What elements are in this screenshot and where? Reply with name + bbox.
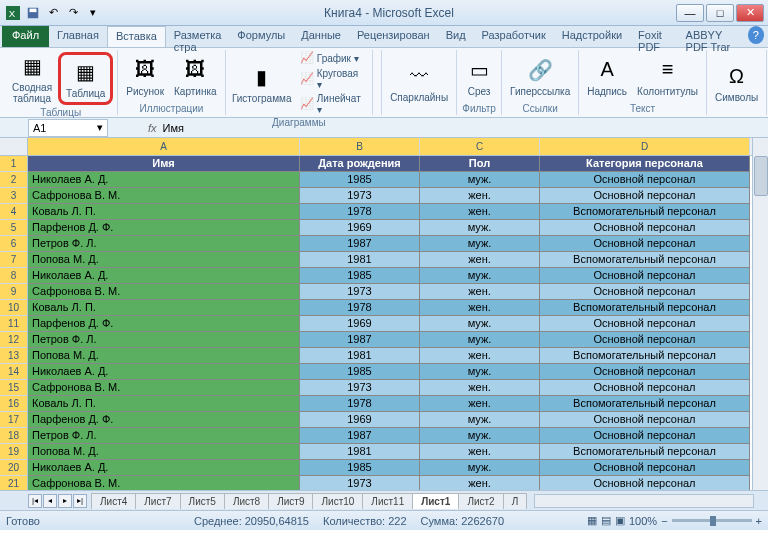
ribbon-tab-8[interactable]: Надстройки (554, 26, 630, 47)
cell[interactable]: 1987 (300, 428, 420, 444)
zoom-slider[interactable] (672, 519, 752, 522)
sheet-tab-Л[interactable]: Л (503, 493, 528, 509)
cell[interactable]: муж. (420, 412, 540, 428)
row-header[interactable]: 12 (0, 332, 27, 348)
cell[interactable]: 1973 (300, 380, 420, 396)
ribbon-small-Круговая[interactable]: 📈Круговая ▾ (296, 67, 368, 91)
sheet-nav-last[interactable]: ▸| (73, 494, 87, 508)
cell[interactable]: муж. (420, 172, 540, 188)
ribbon-btn-Срез[interactable]: ▭Срез (461, 54, 497, 99)
cell[interactable]: жен. (420, 396, 540, 412)
cell[interactable]: жен. (420, 204, 540, 220)
row-header[interactable]: 11 (0, 316, 27, 332)
column-header-D[interactable]: D (540, 138, 750, 155)
cell[interactable]: 1981 (300, 444, 420, 460)
cell[interactable]: Основной персонал (540, 284, 750, 300)
ribbon-btn-Картинка[interactable]: 🖼Картинка (170, 54, 221, 99)
sheet-tab-Лист2[interactable]: Лист2 (458, 493, 503, 509)
cell[interactable]: муж. (420, 460, 540, 476)
cell[interactable]: жен. (420, 476, 540, 490)
ribbon-tab-1[interactable]: Вставка (107, 26, 166, 47)
cell[interactable]: Петров Ф. Л. (28, 236, 300, 252)
column-header-C[interactable]: C (420, 138, 540, 155)
cell[interactable]: 1969 (300, 412, 420, 428)
file-tab[interactable]: Файл (2, 26, 49, 47)
cell[interactable]: Вспомогательный персонал (540, 348, 750, 364)
ribbon-tab-5[interactable]: Рецензирован (349, 26, 438, 47)
row-header[interactable]: 9 (0, 284, 27, 300)
row-header[interactable]: 19 (0, 444, 27, 460)
sheet-nav-first[interactable]: |◂ (28, 494, 42, 508)
row-header[interactable]: 17 (0, 412, 27, 428)
cell[interactable]: Основной персонал (540, 332, 750, 348)
ribbon-tab-10[interactable]: ABBYY PDF Trar (678, 26, 748, 47)
cell[interactable]: Вспомогательный персонал (540, 444, 750, 460)
close-button[interactable]: ✕ (736, 4, 764, 22)
cell[interactable]: Коваль Л. П. (28, 396, 300, 412)
formula-value[interactable]: Имя (163, 122, 184, 134)
cell[interactable]: 1981 (300, 348, 420, 364)
row-header[interactable]: 7 (0, 252, 27, 268)
cell[interactable]: 1985 (300, 364, 420, 380)
cell[interactable]: 1981 (300, 252, 420, 268)
table-header-cell[interactable]: Дата рождения (300, 156, 420, 172)
row-header[interactable]: 2 (0, 172, 27, 188)
table-header-cell[interactable]: Категория персонала (540, 156, 750, 172)
redo-icon[interactable]: ↷ (64, 4, 82, 22)
cell[interactable]: Парфенов Д. Ф. (28, 220, 300, 236)
row-header[interactable]: 5 (0, 220, 27, 236)
row-header[interactable]: 6 (0, 236, 27, 252)
maximize-button[interactable]: □ (706, 4, 734, 22)
cell[interactable]: муж. (420, 332, 540, 348)
row-header[interactable]: 4 (0, 204, 27, 220)
cell[interactable]: 1978 (300, 300, 420, 316)
cell[interactable]: 1969 (300, 220, 420, 236)
excel-icon[interactable]: X (4, 4, 22, 22)
ribbon-tab-3[interactable]: Формулы (229, 26, 293, 47)
row-header[interactable]: 15 (0, 380, 27, 396)
cell[interactable]: Вспомогательный персонал (540, 252, 750, 268)
cell[interactable]: Петров Ф. Л. (28, 428, 300, 444)
cell[interactable]: муж. (420, 236, 540, 252)
sheet-tab-Лист11[interactable]: Лист11 (362, 493, 413, 509)
cell[interactable]: Основной персонал (540, 268, 750, 284)
ribbon-btn-Гиперссылка[interactable]: 🔗Гиперссылка (506, 54, 574, 99)
row-header[interactable]: 13 (0, 348, 27, 364)
cell[interactable]: Вспомогательный персонал (540, 300, 750, 316)
view-layout-icon[interactable]: ▤ (601, 514, 611, 527)
row-header[interactable]: 21 (0, 476, 27, 490)
fx-icon[interactable]: fx (148, 122, 157, 134)
cell[interactable]: Сафронова В. М. (28, 476, 300, 490)
cell[interactable]: 1973 (300, 476, 420, 490)
minimize-button[interactable]: — (676, 4, 704, 22)
sheet-tab-Лист10[interactable]: Лист10 (312, 493, 363, 509)
cell[interactable]: муж. (420, 268, 540, 284)
sheet-nav-next[interactable]: ▸ (58, 494, 72, 508)
cell[interactable]: 1985 (300, 268, 420, 284)
cell[interactable]: жен. (420, 284, 540, 300)
cell[interactable]: Парфенов Д. Ф. (28, 412, 300, 428)
sheet-tab-Лист8[interactable]: Лист8 (224, 493, 269, 509)
cell[interactable]: Николаев А. Д. (28, 172, 300, 188)
ribbon-btn-Таблица[interactable]: ▦Таблица (62, 56, 109, 101)
cell[interactable]: Попова М. Д. (28, 444, 300, 460)
row-header[interactable]: 3 (0, 188, 27, 204)
horizontal-scrollbar[interactable] (534, 494, 754, 508)
row-header[interactable]: 18 (0, 428, 27, 444)
cell[interactable]: жен. (420, 444, 540, 460)
sheet-tab-Лист7[interactable]: Лист7 (135, 493, 180, 509)
cell[interactable]: муж. (420, 316, 540, 332)
zoom-thumb[interactable] (710, 516, 716, 526)
help-icon[interactable]: ? (748, 26, 764, 44)
cell[interactable]: муж. (420, 428, 540, 444)
column-header-B[interactable]: B (300, 138, 420, 155)
vertical-scrollbar[interactable] (752, 138, 768, 490)
cell[interactable]: Сафронова В. М. (28, 380, 300, 396)
cell[interactable]: муж. (420, 220, 540, 236)
row-header[interactable]: 10 (0, 300, 27, 316)
column-header-A[interactable]: A (28, 138, 300, 155)
cell[interactable]: муж. (420, 364, 540, 380)
qat-dropdown-icon[interactable]: ▾ (84, 4, 102, 22)
cell[interactable]: Основной персонал (540, 428, 750, 444)
cell[interactable]: жен. (420, 380, 540, 396)
